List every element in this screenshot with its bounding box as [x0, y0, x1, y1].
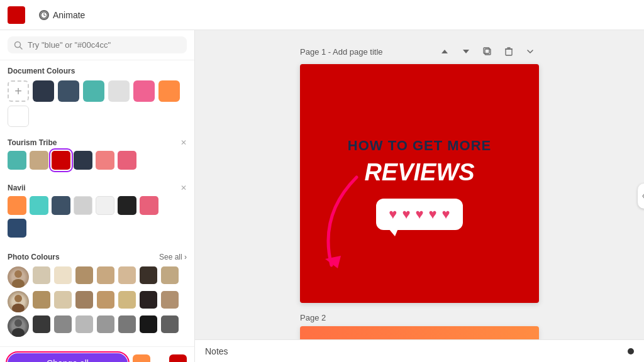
ts-swatch-tan[interactable]	[30, 151, 48, 170]
color-swatch-light-gray[interactable]	[108, 80, 130, 102]
photo-color-3-6[interactable]	[140, 315, 157, 333]
color-swatch-white[interactable]	[8, 106, 29, 127]
ts-swatch-hot-pink[interactable]	[118, 151, 136, 170]
search-input-wrapper	[8, 36, 187, 53]
nv-swatch-cyan[interactable]	[30, 196, 48, 215]
photo-color-3-7[interactable]	[161, 315, 179, 333]
color-swatch-pink[interactable]	[133, 80, 155, 102]
page1-actions	[436, 43, 539, 60]
navii-title: Navii	[8, 184, 26, 192]
photo-color-3-3[interactable]	[75, 315, 93, 333]
notes-label: Notes	[205, 346, 228, 356]
page-duplicate-button[interactable]	[479, 43, 496, 60]
add-color-swatch[interactable]: +	[8, 80, 29, 102]
photo-color-2-6[interactable]	[140, 291, 157, 309]
color-from-swatch[interactable]	[133, 354, 150, 362]
photo-color-2-4[interactable]	[97, 291, 114, 309]
main-layout: Document Colours + Tourism Tribe	[0, 30, 644, 362]
svg-point-8	[12, 328, 25, 337]
design-canvas: HOW TO GET MORE REVIEWS ♥ ♥ ♥ ♥ ♥	[300, 64, 539, 303]
heart-5: ♥	[442, 206, 450, 222]
photo-color-3-1[interactable]	[33, 315, 50, 333]
color-to-swatch[interactable]	[169, 354, 187, 362]
nv-swatch-slate[interactable]	[52, 196, 70, 215]
search-bar	[0, 30, 194, 60]
svg-point-3	[14, 270, 22, 278]
nv-swatch-darkblue[interactable]	[8, 219, 26, 238]
selected-color-swatch[interactable]	[8, 6, 25, 24]
svg-point-5	[14, 295, 22, 302]
photo-color-1-2[interactable]	[54, 266, 72, 284]
photo-color-1-6[interactable]	[140, 266, 157, 284]
animate-button[interactable]: Animate	[31, 6, 92, 24]
navii-close[interactable]: ✕	[180, 184, 187, 192]
palette-header-navii: Navii ✕	[8, 184, 187, 192]
canvas-heading: HOW TO GET MORE	[348, 138, 491, 154]
photo-color-2-5[interactable]	[118, 291, 136, 309]
photo-color-2-3[interactable]	[75, 291, 93, 309]
page-more-button[interactable]	[521, 43, 539, 60]
ts-swatch-red[interactable]	[52, 151, 70, 170]
color-swatch-teal[interactable]	[83, 80, 104, 102]
navii-swatches-row2	[8, 219, 187, 238]
photo-color-1-5[interactable]	[118, 266, 136, 284]
arrow-icon: →	[155, 358, 164, 362]
svg-marker-14	[325, 256, 341, 268]
nv-swatch-llgray[interactable]	[96, 196, 114, 215]
heart-4: ♥	[429, 206, 437, 222]
photo-color-2-2[interactable]	[54, 291, 72, 309]
notes-bar: Notes	[195, 339, 644, 362]
tourism-tribe-close[interactable]: ✕	[180, 138, 187, 147]
page1-container: Page 1 - Add page title	[300, 43, 539, 303]
animate-icon	[39, 10, 49, 20]
photo-color-2-7[interactable]	[161, 291, 179, 309]
svg-point-4	[12, 279, 25, 288]
nv-swatch-lgray[interactable]	[74, 196, 92, 215]
notes-dot	[628, 348, 634, 354]
ts-swatch-dark-navy[interactable]	[74, 151, 92, 170]
color-swatch-navy-blue[interactable]	[58, 80, 79, 102]
search-input[interactable]	[28, 40, 180, 50]
svg-point-7	[14, 319, 22, 327]
color-swatch-orange[interactable]	[158, 80, 180, 102]
page-delete-button[interactable]	[500, 43, 518, 60]
ts-swatch-salmon[interactable]	[96, 151, 114, 170]
page1-toolbar: Page 1 - Add page title	[300, 43, 539, 60]
photo-color-1-1[interactable]	[33, 266, 50, 284]
svg-rect-10	[484, 48, 489, 53]
top-bar: Animate	[0, 0, 644, 30]
page2-container: Page 2	[300, 313, 539, 339]
svg-point-6	[12, 304, 25, 312]
photo-color-2-1[interactable]	[33, 291, 50, 309]
svg-line-2	[20, 47, 23, 49]
ts-swatch-teal[interactable]	[8, 151, 26, 170]
photo-color-3-4[interactable]	[97, 315, 114, 333]
photo-color-3-2[interactable]	[54, 315, 72, 333]
document-colours-grid: +	[8, 80, 187, 127]
photo-color-1-4[interactable]	[97, 266, 114, 284]
photo-color-1-3[interactable]	[75, 266, 93, 284]
expand-handle[interactable]	[638, 184, 644, 209]
photo-color-3-5[interactable]	[118, 315, 136, 333]
page-up-button[interactable]	[436, 43, 453, 60]
color-swatch-dark-navy[interactable]	[33, 80, 54, 102]
left-panel: Document Colours + Tourism Tribe	[0, 30, 195, 362]
nv-swatch-black[interactable]	[118, 196, 136, 215]
svg-rect-11	[506, 49, 512, 55]
nv-swatch-pink[interactable]	[140, 196, 158, 215]
see-all-link[interactable]: See all ›	[159, 253, 187, 261]
photo-row-2	[8, 291, 187, 312]
document-colours-title: Document Colours	[8, 67, 75, 75]
palette-header-tourism: Tourism Tribe ✕	[8, 138, 187, 147]
document-colours-section: Document Colours +	[0, 60, 194, 133]
canvas-scroll: Page 1 - Add page title	[195, 30, 644, 339]
svg-rect-9	[485, 49, 491, 55]
navii-swatches	[8, 196, 187, 215]
photo-color-1-7[interactable]	[161, 266, 179, 284]
tourism-tribe-section: Tourism Tribe ✕	[0, 133, 194, 178]
change-all-button[interactable]: Change all	[8, 353, 128, 362]
page-down-button[interactable]	[457, 43, 475, 60]
nv-swatch-orange[interactable]	[8, 196, 26, 215]
photo-colours-title: Photo Colours	[8, 253, 60, 261]
animate-label: Animate	[53, 10, 85, 20]
